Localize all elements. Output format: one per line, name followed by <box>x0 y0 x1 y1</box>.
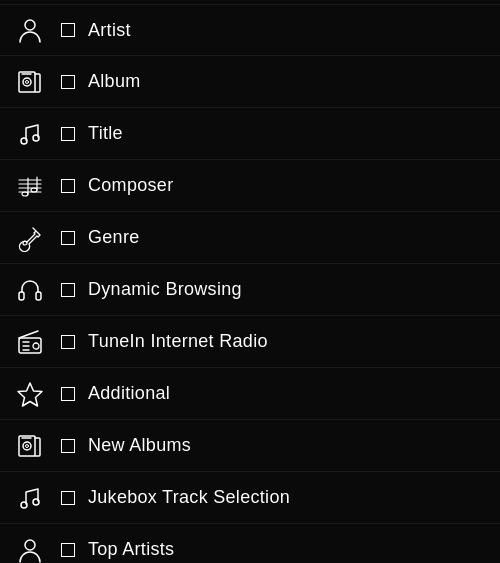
checkbox-top-artists[interactable] <box>56 538 80 562</box>
svg-point-31 <box>25 540 35 550</box>
label-jukebox: Jukebox Track Selection <box>88 487 290 508</box>
menu-item-jukebox[interactable]: Jukebox Track Selection <box>0 472 500 524</box>
checkbox-album[interactable] <box>56 70 80 94</box>
icon-tunein <box>12 324 48 360</box>
checkbox-tunein[interactable] <box>56 330 80 354</box>
checkbox-composer[interactable] <box>56 174 80 198</box>
svg-rect-25 <box>19 436 35 456</box>
svg-point-13 <box>31 188 37 192</box>
label-new-albums: New Albums <box>88 435 191 456</box>
label-composer: Composer <box>88 175 173 196</box>
svg-point-3 <box>26 80 29 83</box>
icon-dynamic-browsing <box>12 272 48 308</box>
checkbox-additional[interactable] <box>56 382 80 406</box>
svg-marker-24 <box>18 383 42 406</box>
svg-point-20 <box>33 343 39 349</box>
checkbox-jukebox[interactable] <box>56 486 80 510</box>
icon-title <box>12 116 48 152</box>
label-album: Album <box>88 71 141 92</box>
checkbox-new-albums[interactable] <box>56 434 80 458</box>
menu-item-new-albums[interactable]: New Albums <box>0 420 500 472</box>
svg-point-30 <box>33 499 39 505</box>
menu-item-album[interactable]: Album <box>0 56 500 108</box>
checkbox-dynamic-browsing[interactable] <box>56 278 80 302</box>
label-title: Title <box>88 123 123 144</box>
menu-list: Artist Album <box>0 0 500 563</box>
label-additional: Additional <box>88 383 170 404</box>
svg-rect-18 <box>19 338 41 353</box>
svg-rect-17 <box>36 292 41 300</box>
menu-item-top-artists[interactable]: Top Artists <box>0 524 500 563</box>
icon-new-albums <box>12 428 48 464</box>
icon-top-artists <box>12 532 48 564</box>
icon-artist <box>12 12 48 48</box>
label-tunein: TuneIn Internet Radio <box>88 331 268 352</box>
svg-point-11 <box>22 192 28 196</box>
icon-composer <box>12 168 48 204</box>
svg-line-19 <box>19 331 38 338</box>
label-artist: Artist <box>88 20 131 41</box>
menu-item-title[interactable]: Title <box>0 108 500 160</box>
menu-item-additional[interactable]: Additional <box>0 368 500 420</box>
icon-additional <box>12 376 48 412</box>
label-top-artists: Top Artists <box>88 539 174 560</box>
checkbox-artist[interactable] <box>56 18 80 42</box>
label-dynamic-browsing: Dynamic Browsing <box>88 279 242 300</box>
icon-jukebox <box>12 480 48 516</box>
svg-point-0 <box>25 20 35 30</box>
svg-rect-1 <box>19 72 35 92</box>
icon-album <box>12 64 48 100</box>
checkbox-title[interactable] <box>56 122 80 146</box>
checkbox-genre[interactable] <box>56 226 80 250</box>
menu-item-tunein[interactable]: TuneIn Internet Radio <box>0 316 500 368</box>
label-genre: Genre <box>88 227 140 248</box>
icon-genre <box>12 220 48 256</box>
menu-item-composer[interactable]: Composer <box>0 160 500 212</box>
svg-point-27 <box>26 444 29 447</box>
svg-rect-16 <box>19 292 24 300</box>
menu-item-artist[interactable]: Artist <box>0 4 500 56</box>
svg-point-6 <box>33 135 39 141</box>
svg-point-26 <box>23 442 31 450</box>
menu-item-genre[interactable]: Genre <box>0 212 500 264</box>
svg-point-2 <box>23 78 31 86</box>
svg-point-29 <box>21 502 27 508</box>
menu-item-dynamic-browsing[interactable]: Dynamic Browsing <box>0 264 500 316</box>
svg-point-5 <box>21 138 27 144</box>
